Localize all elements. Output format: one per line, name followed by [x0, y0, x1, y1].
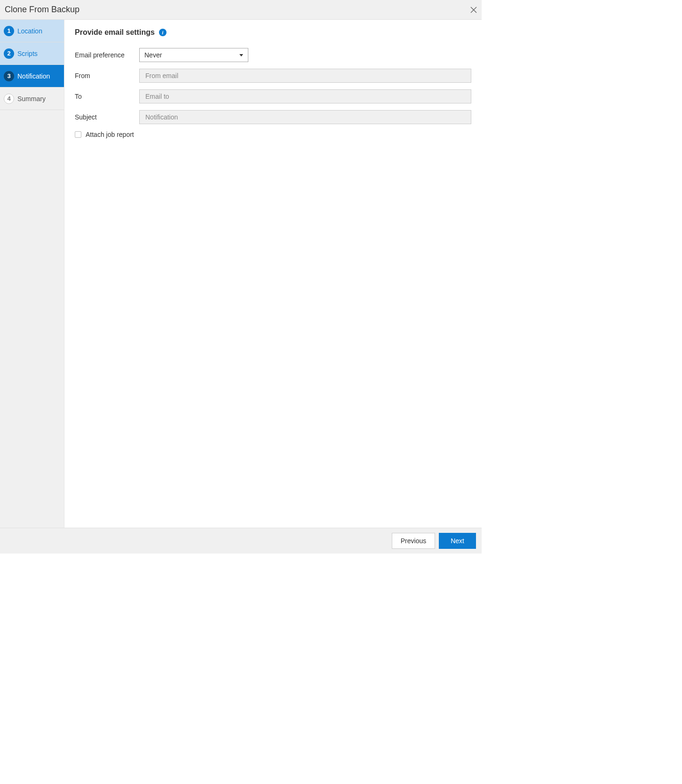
previous-button[interactable]: Previous	[392, 533, 435, 549]
step-label: Notification	[17, 72, 50, 80]
dialog-title: Clone From Backup	[5, 5, 79, 15]
step-label: Summary	[17, 95, 46, 103]
clone-from-backup-dialog: Clone From Backup 1 Location 2 Scripts 3…	[0, 0, 482, 554]
to-email-input[interactable]	[139, 89, 471, 103]
field-row-subject: Subject	[75, 110, 471, 124]
dialog-header: Clone From Backup	[0, 0, 482, 20]
subject-label: Subject	[75, 113, 139, 121]
next-button[interactable]: Next	[439, 533, 476, 549]
sidebar-step-notification[interactable]: 3 Notification	[0, 65, 64, 87]
sidebar-step-scripts[interactable]: 2 Scripts	[0, 42, 64, 65]
dialog-footer: Previous Next	[0, 528, 482, 554]
content-area: Provide email settings i Email preferenc…	[64, 20, 482, 528]
field-row-attach-report: Attach job report	[75, 131, 471, 138]
email-preference-dropdown[interactable]: Never	[139, 48, 248, 62]
subject-input[interactable]	[139, 110, 471, 124]
step-number-badge: 4	[4, 94, 14, 104]
wizard-sidebar: 1 Location 2 Scripts 3 Notification 4 Su…	[0, 20, 64, 528]
from-label: From	[75, 72, 139, 79]
info-icon[interactable]: i	[159, 29, 167, 36]
attach-report-label: Attach job report	[86, 131, 134, 138]
to-label: To	[75, 93, 139, 100]
field-row-to: To	[75, 89, 471, 103]
content-title: Provide email settings	[75, 28, 155, 37]
step-number-badge: 2	[4, 48, 14, 59]
from-email-input[interactable]	[139, 69, 471, 83]
close-icon	[470, 6, 477, 14]
step-label: Scripts	[17, 50, 38, 57]
content-header: Provide email settings i	[75, 28, 471, 37]
sidebar-step-summary[interactable]: 4 Summary	[0, 87, 64, 110]
field-row-email-preference: Email preference Never	[75, 48, 471, 62]
email-preference-label: Email preference	[75, 51, 139, 59]
dialog-body: 1 Location 2 Scripts 3 Notification 4 Su…	[0, 20, 482, 528]
dropdown-selected-value: Never	[144, 51, 162, 59]
chevron-down-icon	[239, 54, 243, 56]
step-label: Location	[17, 27, 42, 35]
step-number-badge: 1	[4, 26, 14, 36]
sidebar-step-location[interactable]: 1 Location	[0, 20, 64, 42]
close-button[interactable]	[469, 6, 478, 14]
step-number-badge: 3	[4, 71, 14, 81]
attach-report-checkbox[interactable]	[75, 131, 81, 138]
field-row-from: From	[75, 69, 471, 83]
